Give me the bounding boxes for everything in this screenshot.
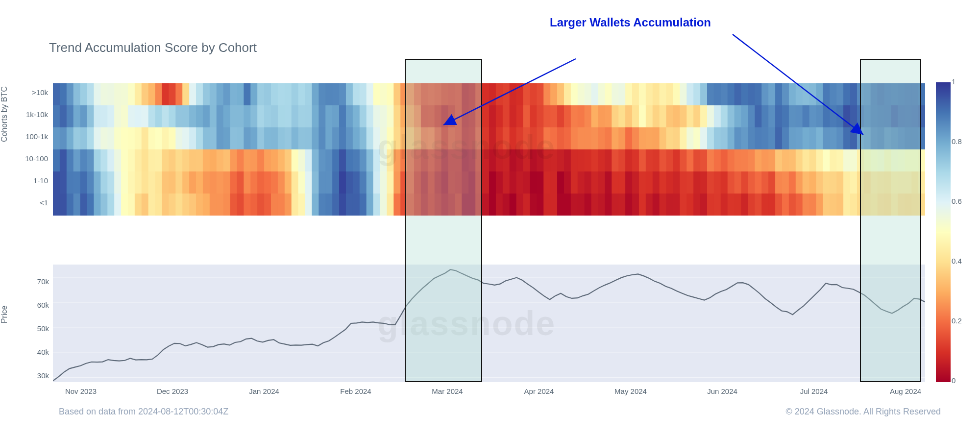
price-ytick-1: 40k — [20, 348, 49, 356]
x-tick-4: Mar 2024 — [418, 387, 477, 395]
colorbar-tick-0: 0 — [952, 376, 971, 385]
heatmap-ytick-1: 1k-10k — [14, 110, 48, 119]
colorbar-tick-3: 0.6 — [952, 197, 971, 205]
footer-copyright: © 2024 Glassnode. All Rights Reserved — [786, 407, 941, 417]
highlight-box-0 — [405, 59, 482, 382]
x-tick-0: Nov 2023 — [51, 387, 110, 395]
colorbar — [936, 82, 951, 382]
colorbar-tick-2: 0.4 — [952, 257, 971, 265]
chart-title: Trend Accumulation Score by Cohort — [49, 40, 257, 55]
x-tick-8: Jul 2024 — [784, 387, 843, 395]
x-tick-3: Feb 2024 — [326, 387, 385, 395]
x-tick-9: Aug 2024 — [876, 387, 935, 395]
footer-data-source: Based on data from 2024-08-12T00:30:04Z — [59, 407, 228, 417]
colorbar-tick-5: 1 — [952, 77, 971, 86]
price-ytick-0: 30k — [20, 371, 49, 380]
heatmap-ytick-4: 1-10 — [14, 176, 48, 185]
x-tick-2: Jan 2024 — [235, 387, 294, 395]
heatmap-ytick-3: 10-100 — [14, 154, 48, 163]
x-tick-6: May 2024 — [601, 387, 660, 395]
annotation-label: Larger Wallets Accumulation — [550, 16, 711, 29]
price-ytick-4: 70k — [20, 277, 49, 286]
heatmap-ytick-0: >10k — [14, 88, 48, 97]
x-tick-5: Apr 2024 — [510, 387, 568, 395]
x-tick-1: Dec 2023 — [143, 387, 202, 395]
price-ytick-2: 50k — [20, 324, 49, 333]
heatmap-y-axis-label: Cohorts by BTC — [0, 86, 9, 142]
highlight-box-1 — [860, 59, 921, 382]
x-tick-7: Jun 2024 — [693, 387, 752, 395]
price-y-axis-label: Price — [0, 306, 9, 323]
heatmap-ytick-2: 100-1k — [14, 132, 48, 141]
heatmap-ytick-5: <1 — [14, 198, 48, 207]
colorbar-tick-1: 0.2 — [952, 316, 971, 325]
colorbar-tick-4: 0.8 — [952, 137, 971, 146]
price-ytick-3: 60k — [20, 301, 49, 309]
